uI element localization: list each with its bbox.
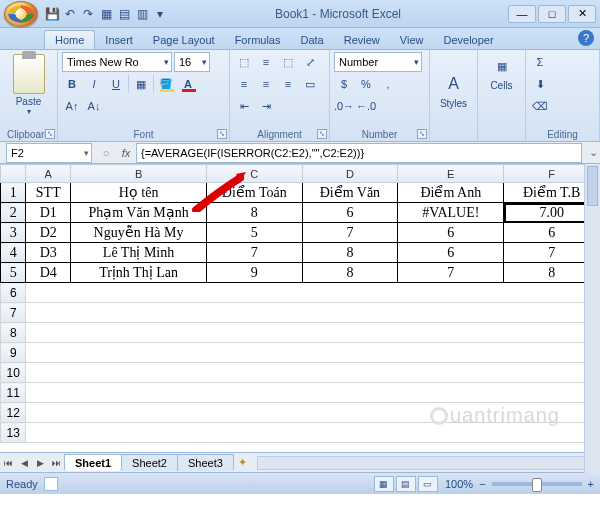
qat-icon[interactable]: ▥	[134, 6, 150, 22]
grow-font-button[interactable]: A↑	[62, 96, 82, 116]
cell[interactable]: 5	[207, 223, 303, 243]
border-button[interactable]: ▦	[131, 74, 151, 94]
font-color-button[interactable]: A	[178, 74, 198, 94]
sheet-tab[interactable]: Sheet3	[177, 454, 234, 471]
paste-icon[interactable]	[13, 54, 45, 94]
row-header[interactable]: 10	[1, 363, 26, 383]
page-layout-view-button[interactable]: ▤	[396, 476, 416, 492]
expand-formula-bar-icon[interactable]: ⌄	[586, 146, 600, 159]
cell[interactable]	[26, 403, 600, 423]
percent-button[interactable]: %	[356, 74, 376, 94]
tab-view[interactable]: View	[390, 31, 434, 49]
redo-icon[interactable]: ↷	[80, 6, 96, 22]
worksheet-grid[interactable]: A B C D E F 1 STT Họ tên Điểm Toán Điểm …	[0, 164, 600, 452]
save-icon[interactable]: 💾	[44, 6, 60, 22]
help-button[interactable]: ?	[578, 30, 594, 46]
fill-button[interactable]: ⬇	[530, 74, 550, 94]
cell[interactable]: Lê Thị Minh	[71, 243, 207, 263]
align-center-button[interactable]: ≡	[256, 74, 276, 94]
fx-icon[interactable]: fx	[116, 147, 136, 159]
cell[interactable]: 7	[207, 243, 303, 263]
tab-data[interactable]: Data	[290, 31, 333, 49]
autosum-button[interactable]: Σ	[530, 52, 550, 72]
cell[interactable]: 9	[207, 263, 303, 283]
row-header[interactable]: 6	[1, 283, 26, 303]
italic-button[interactable]: I	[84, 74, 104, 94]
row-header[interactable]: 9	[1, 343, 26, 363]
qat-icon[interactable]: ▤	[116, 6, 132, 22]
number-dialog-launcher[interactable]: ⤡	[417, 129, 427, 139]
cell[interactable]	[26, 423, 600, 443]
cell[interactable]: Trịnh Thị Lan	[71, 263, 207, 283]
underline-button[interactable]: U	[106, 74, 126, 94]
clear-button[interactable]: ⌫	[530, 96, 550, 116]
next-sheet-button[interactable]: ▶	[32, 458, 48, 468]
macro-record-icon[interactable]	[44, 477, 58, 491]
normal-view-button[interactable]: ▦	[374, 476, 394, 492]
cell[interactable]: 6	[398, 243, 504, 263]
font-size-combo[interactable]: 16	[174, 52, 210, 72]
cell[interactable]: Điểm Anh	[398, 183, 504, 203]
col-header[interactable]: E	[398, 165, 504, 183]
cancel-formula-icon[interactable]: ○	[96, 147, 116, 159]
cell[interactable]: STT	[26, 183, 71, 203]
row-header[interactable]: 7	[1, 303, 26, 323]
styles-label[interactable]: Styles	[440, 98, 467, 109]
undo-icon[interactable]: ↶	[62, 6, 78, 22]
merge-button[interactable]: ▭	[300, 74, 320, 94]
page-break-view-button[interactable]: ▭	[418, 476, 438, 492]
cell[interactable]: D3	[26, 243, 71, 263]
orientation-button[interactable]: ⤢	[300, 52, 320, 72]
sheet-tab[interactable]: Sheet2	[121, 454, 178, 471]
tab-formulas[interactable]: Formulas	[225, 31, 291, 49]
cell[interactable]	[26, 323, 600, 343]
row-header[interactable]: 3	[1, 223, 26, 243]
cell[interactable]: 8	[302, 263, 398, 283]
decrease-decimal-button[interactable]: ←.0	[356, 96, 376, 116]
zoom-level[interactable]: 100%	[445, 478, 473, 490]
tab-insert[interactable]: Insert	[95, 31, 143, 49]
zoom-out-button[interactable]: −	[479, 478, 485, 490]
cell[interactable]	[26, 303, 600, 323]
row-header[interactable]: 13	[1, 423, 26, 443]
styles-icon[interactable]: A	[440, 70, 468, 98]
decrease-indent-button[interactable]: ⇤	[234, 96, 254, 116]
cell[interactable]: 7	[302, 223, 398, 243]
cell[interactable]	[26, 383, 600, 403]
col-header[interactable]: D	[302, 165, 398, 183]
row-header[interactable]: 8	[1, 323, 26, 343]
print-preview-icon[interactable]: ▦	[98, 6, 114, 22]
formula-input[interactable]: {=AVERAGE(IF(ISERROR(C2:E2),"",C2:E2))}	[136, 143, 582, 163]
cell[interactable]: Phạm Văn Mạnh	[71, 203, 207, 223]
increase-indent-button[interactable]: ⇥	[256, 96, 276, 116]
cell[interactable]: 6	[398, 223, 504, 243]
cell[interactable]: D2	[26, 223, 71, 243]
font-name-combo[interactable]: Times New Ro	[62, 52, 172, 72]
horizontal-scrollbar[interactable]	[257, 456, 596, 470]
tab-developer[interactable]: Developer	[433, 31, 503, 49]
currency-button[interactable]: $	[334, 74, 354, 94]
col-header[interactable]: A	[26, 165, 71, 183]
cells-label[interactable]: Cells	[490, 80, 512, 91]
cell[interactable]: Họ tên	[71, 183, 207, 203]
new-sheet-button[interactable]: ✦	[233, 456, 253, 469]
cell[interactable]: 8	[207, 203, 303, 223]
align-right-button[interactable]: ≡	[278, 74, 298, 94]
name-box[interactable]: F2	[6, 143, 92, 163]
last-sheet-button[interactable]: ⏭	[48, 458, 64, 468]
qat-dropdown-icon[interactable]: ▾	[152, 6, 168, 22]
cell[interactable]: D4	[26, 263, 71, 283]
paste-label[interactable]: Paste	[16, 96, 42, 107]
select-all-corner[interactable]	[1, 165, 26, 183]
increase-decimal-button[interactable]: .0→	[334, 96, 354, 116]
tab-home[interactable]: Home	[44, 30, 95, 49]
cell[interactable]	[26, 363, 600, 383]
number-format-combo[interactable]: Number	[334, 52, 422, 72]
cells-icon[interactable]: ▦	[488, 52, 516, 80]
fill-color-button[interactable]: 🪣	[156, 74, 176, 94]
row-header[interactable]: 1	[1, 183, 26, 203]
row-header[interactable]: 11	[1, 383, 26, 403]
office-button[interactable]	[4, 1, 38, 27]
cell[interactable]: #VALUE!	[398, 203, 504, 223]
col-header[interactable]: B	[71, 165, 207, 183]
